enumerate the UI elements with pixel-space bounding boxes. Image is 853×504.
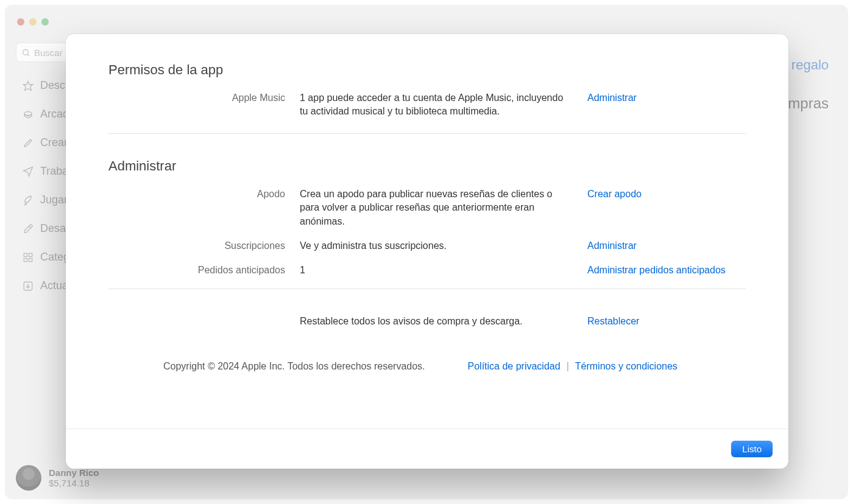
privacy-link[interactable]: Política de privacidad [468, 361, 561, 372]
avatar [16, 465, 41, 491]
row-label: Pedidos anticipados [108, 264, 285, 277]
row-desc: Ve y administra tus suscripciones. [300, 239, 573, 253]
reset-warnings-link[interactable]: Restablecer [587, 316, 746, 327]
hammer-icon [22, 223, 34, 235]
row-desc: Crea un apodo para publicar nuevas reseñ… [300, 187, 573, 228]
done-button[interactable]: Listo [731, 441, 773, 457]
bg-heading-fragment: mpras [788, 95, 829, 112]
grid-icon [22, 251, 34, 264]
modal-footer: Listo [66, 429, 788, 469]
account-settings-modal: Permisos de la app Apple Music 1 app pue… [66, 34, 788, 469]
download-icon [22, 280, 34, 292]
user-balance: $5,714.18 [49, 478, 99, 488]
close-window-icon[interactable] [17, 18, 24, 26]
create-nickname-link[interactable]: Crear apodo [587, 187, 746, 228]
row-desc: 1 app puede acceder a tu cuenta de Apple… [300, 91, 573, 119]
svg-rect-5 [29, 253, 32, 256]
paperplane-icon [22, 166, 34, 178]
row-label: Apple Music [108, 91, 285, 119]
row-desc: 1 [300, 264, 573, 277]
copyright-text: Copyright © 2024 Apple Inc. Todos los de… [163, 361, 425, 372]
svg-rect-7 [29, 258, 32, 261]
modal-body: Permisos de la app Apple Music 1 app pue… [66, 34, 788, 429]
row-desc: Restablece todos los avisos de compra y … [300, 316, 573, 327]
divider [108, 133, 746, 134]
svg-rect-6 [24, 258, 27, 261]
search-placeholder: Buscar [34, 47, 63, 58]
svg-rect-4 [24, 253, 27, 256]
terms-link[interactable]: Términos y condiciones [575, 361, 678, 372]
section-title-manage: Administrar [108, 158, 746, 174]
pencil-icon [22, 137, 34, 149]
sidebar-item-label: Jugar [40, 194, 68, 206]
row-apple-music: Apple Music 1 app puede acceder a tu cue… [108, 91, 746, 119]
manage-apple-music-link[interactable]: Administrar [587, 91, 746, 119]
section-title-permissions: Permisos de la app [108, 62, 746, 78]
window-controls[interactable] [17, 18, 49, 26]
account-card[interactable]: Danny Rico $5,714.18 [16, 465, 99, 491]
fullscreen-window-icon[interactable] [41, 18, 49, 26]
svg-point-3 [24, 111, 32, 115]
arcade-icon [22, 108, 34, 121]
row-label: Apodo [108, 187, 285, 228]
bg-link-fragment: regalo [791, 57, 829, 73]
sidebar-item-label: Crear [40, 136, 68, 149]
svg-marker-2 [24, 81, 33, 90]
search-icon [21, 48, 30, 57]
rocket-icon [22, 194, 34, 206]
minimize-window-icon[interactable] [29, 18, 37, 26]
star-icon [22, 80, 34, 92]
row-label: Suscripciones [108, 239, 285, 253]
footer-separator: | [567, 361, 569, 372]
user-name: Danny Rico [49, 467, 99, 478]
row-nickname: Apodo Crea un apodo para publicar nuevas… [108, 187, 746, 228]
manage-preorders-link[interactable]: Administrar pedidos anticipados [587, 264, 746, 277]
svg-point-0 [23, 49, 29, 55]
manage-subscriptions-link[interactable]: Administrar [587, 239, 746, 253]
divider [108, 289, 746, 289]
modal-legal-footer: Copyright © 2024 Apple Inc. Todos los de… [108, 361, 746, 372]
row-preorders: Pedidos anticipados 1 Administrar pedido… [108, 264, 746, 277]
row-subscriptions: Suscripciones Ve y administra tus suscri… [108, 239, 746, 253]
row-reset: Restablece todos los avisos de compra y … [108, 316, 746, 327]
svg-line-1 [27, 54, 29, 56]
